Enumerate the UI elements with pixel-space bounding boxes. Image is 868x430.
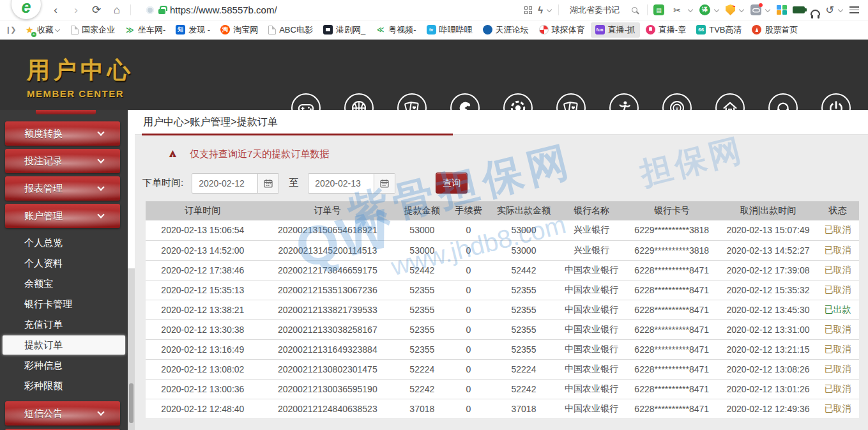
bookmark-item[interactable]: 港剧网_: [319, 22, 370, 38]
cell-银行卡号: 6228**********8471: [623, 339, 720, 359]
sidebar-menu-账户管理[interactable]: 账户管理: [5, 204, 120, 228]
url-text[interactable]: https://www.58557b.com/: [170, 4, 277, 15]
sidebar-item-银行卡管理[interactable]: 银行卡管理: [0, 294, 128, 314]
chevron-down-icon[interactable]: [838, 6, 843, 12]
browser-logo[interactable]: e: [11, 0, 41, 19]
cell-银行卡号: 6229**********3818: [623, 240, 720, 260]
chevron-down-icon[interactable]: [547, 6, 552, 12]
status-badge: 已取消: [816, 280, 859, 300]
status-badge: 已取消: [816, 260, 859, 280]
bookmark-label: ABC电影: [279, 24, 313, 36]
bookmark-item[interactable]: 直播-章: [641, 22, 690, 38]
sidebar-item-彩种信息[interactable]: 彩种信息: [0, 355, 128, 376]
bookmark-item[interactable]: ≪粤视频-: [371, 22, 420, 38]
tianya-icon: [483, 25, 492, 35]
cell-提款金额: 52242: [395, 379, 449, 399]
date-from-input[interactable]: [192, 174, 257, 193]
headphones-icon[interactable]: [811, 10, 820, 15]
member-header: 用户中心 MEMBER CENTER 电子游艺体育投注棋牌博弈电竞真人彩捕鱼达人…: [0, 40, 868, 110]
undo-icon[interactable]: ↺: [826, 4, 834, 16]
bookmark-item[interactable]: 知发现 -: [171, 22, 215, 38]
home-icon[interactable]: ⌂: [110, 4, 124, 17]
table-row: 2020-02-12 13:30:38202002121330382581675…: [146, 319, 859, 339]
calendar-icon[interactable]: [374, 174, 395, 193]
date-to-field[interactable]: [308, 173, 395, 194]
cell-实际出款金额: 37018: [488, 399, 560, 418]
stock-icon: [752, 25, 761, 35]
translate-icon[interactable]: 译: [699, 4, 710, 15]
games-icon[interactable]: [750, 4, 761, 15]
sidebar-menu-短信公告[interactable]: 短信公告: [5, 401, 120, 426]
search-input[interactable]: 湖北省委书记: [565, 4, 626, 16]
chevron-down-icon: [97, 156, 104, 163]
sidebar-scrollbar[interactable]: [128, 268, 135, 430]
shield-icon[interactable]: [726, 4, 735, 15]
column-header: 订单号: [260, 201, 395, 220]
date-from-field[interactable]: [192, 173, 279, 194]
address-bar[interactable]: https://www.58557b.com/: [146, 4, 504, 15]
apps-grid-icon[interactable]: [777, 5, 787, 15]
chevron-down-icon[interactable]: [765, 6, 770, 12]
sidebar-menu-报表管理[interactable]: 报表管理: [5, 176, 120, 201]
back-icon[interactable]: ‹: [49, 4, 63, 17]
reload-icon[interactable]: ⟳: [89, 3, 103, 17]
column-header: 实际出款金额: [488, 201, 560, 220]
favorites-button[interactable]: ★ 收藏: [20, 22, 65, 38]
bookmark-item[interactable]: ≫坐车网-: [121, 22, 170, 38]
bookmark-item[interactable]: 天涯论坛: [478, 22, 533, 38]
search-icon[interactable]: [632, 7, 637, 13]
cell-银行卡号: 6228**********8471: [623, 260, 720, 280]
bookmark-item[interactable]: 球探体育: [535, 22, 590, 38]
bookmark-item[interactable]: ABC电影: [264, 22, 317, 38]
date-to-input[interactable]: [308, 174, 374, 193]
breadcrumb-bar: 用户中心>账户管理>提款订单: [135, 110, 868, 135]
cell-订单号: 20200213150654618921: [260, 220, 395, 240]
cell-订单时间: 2020-02-12 13:38:21: [146, 300, 260, 319]
bookmark-label: 发现 -: [188, 24, 210, 36]
cell-手续费: 0: [449, 220, 488, 240]
bookmark-item[interactable]: 国家企业: [66, 22, 119, 38]
query-button[interactable]: 查询: [436, 173, 468, 194]
sidebar-item-彩种限额[interactable]: 彩种限额: [0, 376, 128, 396]
sidebar-clipped-button-top: [36, 110, 96, 114]
menu-icon[interactable]: [849, 6, 859, 13]
calendar-icon[interactable]: [257, 174, 278, 193]
sidebar-item-个人总览[interactable]: 个人总览: [0, 233, 128, 253]
bookmark-item[interactable]: 66TVB高清: [692, 22, 746, 38]
breadcrumb: 用户中心>账户管理>提款订单: [143, 116, 278, 129]
screenshot-scissors-icon[interactable]: ✂: [670, 5, 684, 15]
table-row: 2020-02-12 13:08:02202002121308023014755…: [146, 359, 859, 379]
chevron-down-icon[interactable]: [739, 6, 744, 12]
chevron-down-icon: [97, 408, 104, 415]
bookmark-item[interactable]: 股票首页: [747, 22, 802, 38]
scrollbar-thumb[interactable]: [129, 383, 133, 423]
chevron-down-icon[interactable]: [688, 6, 693, 12]
bookmark-item[interactable]: 淘淘宝网: [216, 22, 263, 38]
cell-取消|出款时间: 2020-02-13 15:07:49: [720, 220, 816, 240]
sidebar-item-充值订单[interactable]: 充值订单: [0, 314, 128, 335]
cell-实际出款金额: 53000: [488, 240, 560, 260]
bookmark-item[interactable]: tv哔哩哔哩: [422, 22, 477, 38]
menu-label: 额度转换: [24, 128, 63, 140]
battery-icon[interactable]: [793, 6, 805, 13]
reader-icon[interactable]: ▤: [653, 4, 664, 15]
cell-银行名称: 兴业银行: [560, 220, 624, 240]
cell-取消|出款时间: 2020-02-12 13:08:26: [720, 359, 816, 379]
menu-label: 短信公告: [24, 408, 63, 420]
bookmark-item[interactable]: fun直播-抓: [591, 22, 640, 38]
sidebar-menu-额度转换[interactable]: 额度转换: [5, 121, 120, 146]
forward-icon[interactable]: ›: [69, 4, 83, 17]
sidebar-menu-投注记录[interactable]: 投注记录: [5, 149, 120, 173]
sidebar-item-余额宝[interactable]: 余额宝: [0, 273, 128, 294]
sidebar-item-提款订单[interactable]: 提款订单: [3, 335, 125, 355]
lightning-icon[interactable]: ϟ: [538, 4, 543, 15]
qr-grid-icon[interactable]: [524, 6, 532, 14]
site-info-icon[interactable]: [146, 6, 154, 14]
bookmarks-expander-icon[interactable]: ❙❯: [5, 26, 15, 34]
cell-取消|出款时间: 2020-02-12 15:35:32: [720, 280, 816, 300]
chevron-down-icon[interactable]: [714, 6, 719, 12]
cell-银行名称: 中国农业银行: [560, 280, 624, 300]
sidebar-item-个人资料[interactable]: 个人资料: [0, 253, 128, 273]
cell-订单号: 20200212131649323884: [260, 339, 395, 359]
cell-银行名称: 中国农业银行: [560, 379, 624, 399]
